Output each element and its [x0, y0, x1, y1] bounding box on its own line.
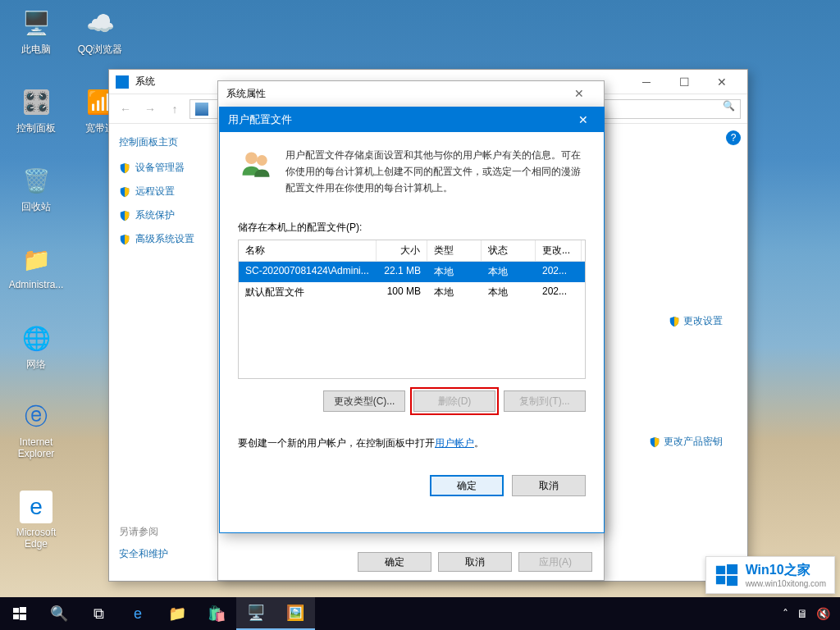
col-size[interactable]: 大小	[377, 240, 427, 261]
cell-size: 22.1 MB	[377, 262, 427, 282]
device-manager-link[interactable]: 设备管理器	[119, 161, 214, 175]
shield-icon	[119, 162, 130, 174]
settings-taskbar-icon[interactable]: 🖼️	[276, 597, 315, 630]
label: Microsoft Edge	[7, 527, 66, 550]
table-row[interactable]: 默认配置文件 100 MB 本地 本地 202...	[239, 282, 585, 303]
watermark: Win10之家 www.win10xitong.com	[705, 556, 835, 594]
network-icon[interactable]: 🌐网络	[7, 322, 66, 372]
svg-rect-6	[13, 608, 19, 613]
administrator-icon[interactable]: 📁Administra...	[7, 243, 66, 290]
col-modified[interactable]: 更改...	[536, 240, 582, 261]
monitor-icon	[195, 103, 208, 116]
up-button[interactable]: ↑	[165, 99, 185, 119]
search-button[interactable]: 🔍	[39, 597, 79, 630]
close-button[interactable]: ✕	[703, 70, 741, 94]
close-button[interactable]: ✕	[571, 107, 596, 132]
table-row[interactable]: SC-202007081424\Admini... 22.1 MB 本地 本地 …	[239, 262, 585, 282]
back-button[interactable]: ←	[116, 99, 135, 119]
cell-modified: 202...	[536, 262, 582, 282]
label: Administra...	[7, 279, 66, 290]
svg-rect-2	[716, 566, 725, 574]
system-tray: ˄ 🖥 🔇	[783, 607, 840, 620]
volume-tray-icon[interactable]: 🔇	[816, 607, 830, 620]
cancel-button[interactable]: 取消	[512, 475, 586, 496]
svg-rect-5	[727, 576, 737, 586]
minimize-button[interactable]: ─	[628, 70, 665, 94]
delete-button[interactable]: 删除(D)	[413, 390, 495, 412]
close-button[interactable]: ✕	[563, 81, 596, 106]
label: 系统保护	[135, 208, 175, 222]
edge-icon[interactable]: eMicrosoft Edge	[7, 491, 66, 550]
col-type[interactable]: 类型	[427, 240, 482, 261]
label: Internet Explorer	[7, 436, 66, 459]
copy-to-button[interactable]: 复制到(T)...	[504, 390, 586, 412]
system-protection-link[interactable]: 系统保护	[119, 208, 214, 222]
user-accounts-link[interactable]: 用户帐户	[435, 437, 474, 449]
control-panel-home[interactable]: 控制面板主页	[119, 135, 214, 149]
forward-button[interactable]: →	[140, 99, 160, 119]
label: 回收站	[7, 200, 66, 214]
store-taskbar-icon[interactable]: 🛍️	[197, 597, 236, 630]
user-profiles-dialog: 用户配置文件 ✕ 用户配置文件存储桌面设置和其他与你的用户帐户有关的信息。可在你…	[219, 107, 605, 533]
edge-taskbar-icon[interactable]: e	[118, 597, 158, 630]
maximize-button[interactable]: ☐	[665, 70, 703, 94]
hint-text: 要创建一个新的用户帐户，在控制面板中打开用户帐户。	[238, 436, 586, 450]
label: 远程设置	[135, 185, 175, 199]
title: 用户配置文件	[228, 112, 292, 127]
label: 安全和维护	[119, 547, 168, 561]
cell-type: 本地	[427, 262, 482, 282]
profiles-table[interactable]: 名称 大小 类型 状态 更改... SC-202007081424\Admini…	[238, 240, 586, 379]
control-panel-icon[interactable]: 🎛️控制面板	[7, 85, 66, 135]
app-icon	[116, 75, 129, 89]
this-pc-icon[interactable]: 🖥️此电脑	[7, 7, 66, 57]
shield-icon	[649, 436, 660, 448]
label: 更改产品密钥	[664, 435, 723, 449]
col-name[interactable]: 名称	[239, 240, 377, 261]
table-header: 名称 大小 类型 状态 更改...	[239, 240, 585, 262]
label: 控制面板	[7, 121, 66, 135]
change-type-button[interactable]: 更改类型(C)...	[323, 390, 405, 412]
label: 设备管理器	[135, 161, 185, 175]
svg-rect-4	[716, 576, 725, 584]
shield-icon	[669, 316, 680, 327]
title: 系统属性	[226, 87, 266, 101]
apply-button[interactable]: 应用(A)	[518, 552, 592, 572]
security-maintenance-link[interactable]: 安全和维护	[119, 547, 214, 561]
svg-rect-9	[20, 614, 26, 620]
watermark-title: Win10之家	[746, 562, 826, 579]
system-taskbar-icon[interactable]: 🖥️	[236, 597, 276, 630]
col-status[interactable]: 状态	[482, 240, 536, 261]
label: 此电脑	[7, 43, 66, 57]
ie-icon[interactable]: ⓔInternet Explorer	[7, 400, 66, 459]
hint-prefix: 要创建一个新的用户帐户，在控制面板中打开	[238, 437, 435, 449]
watermark-url: www.win10xitong.com	[746, 579, 826, 588]
profile-actions: 更改类型(C)... 删除(D) 复制到(T)...	[238, 390, 586, 412]
shield-icon	[119, 234, 130, 245]
label: 网络	[7, 358, 66, 372]
network-tray-icon[interactable]: 🖥	[797, 607, 808, 620]
svg-point-1	[257, 155, 267, 166]
advanced-settings-link[interactable]: 高级系统设置	[119, 232, 214, 246]
start-button[interactable]	[0, 597, 39, 630]
win10-logo-icon	[714, 563, 739, 587]
recycle-bin-icon[interactable]: 🗑️回收站	[7, 164, 66, 214]
help-icon[interactable]: ?	[726, 130, 741, 145]
search-input[interactable]	[593, 99, 741, 119]
cell-modified: 202...	[536, 282, 582, 303]
tray-up-icon[interactable]: ˄	[783, 607, 788, 620]
hint-suffix: 。	[474, 437, 484, 449]
label: 高级系统设置	[135, 232, 194, 246]
remote-settings-link[interactable]: 远程设置	[119, 185, 214, 199]
ok-button[interactable]: 确定	[430, 475, 504, 496]
task-view-button[interactable]: ⧉	[79, 597, 118, 630]
qq-browser-icon[interactable]: ☁️QQ浏览器	[71, 7, 130, 57]
cell-status: 本地	[482, 262, 536, 282]
cancel-button[interactable]: 取消	[438, 552, 512, 572]
see-also: 另请参阅	[119, 525, 214, 539]
description-text: 用户配置文件存储桌面设置和其他与你的用户帐户有关的信息。可在你使用的每台计算机上…	[285, 147, 586, 196]
label: 更改设置	[683, 314, 723, 328]
explorer-taskbar-icon[interactable]: 📁	[158, 597, 197, 630]
svg-rect-8	[13, 614, 19, 619]
ok-button[interactable]: 确定	[358, 552, 431, 572]
shield-icon	[119, 186, 130, 198]
